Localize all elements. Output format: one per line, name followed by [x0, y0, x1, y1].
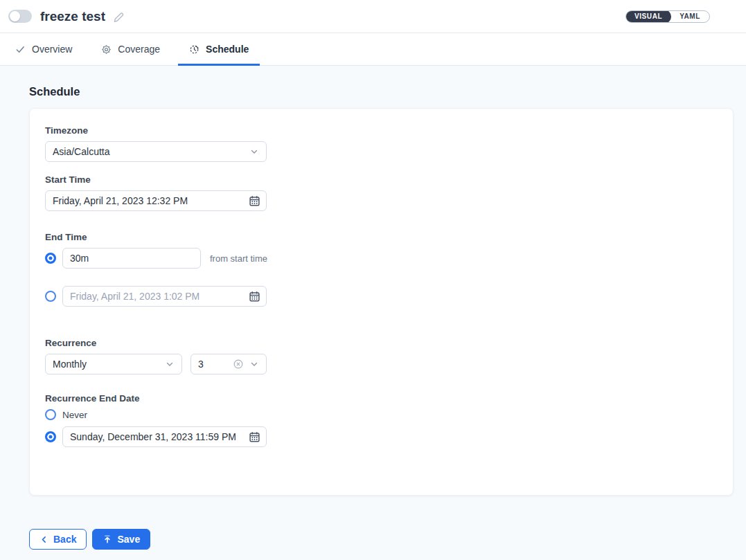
timezone-label: Timezone [45, 125, 718, 136]
recurrence-end-date-wrap [62, 426, 267, 447]
tab-coverage[interactable]: Coverage [90, 33, 171, 65]
end-time-duration-input[interactable] [63, 249, 200, 268]
save-button[interactable]: Save [92, 529, 150, 550]
recurrence-label: Recurrence [45, 338, 718, 348]
back-button-label: Back [53, 534, 76, 545]
tab-overview[interactable]: Overview [4, 33, 83, 65]
tab-label: Overview [32, 44, 72, 55]
end-time-duration-wrap [62, 248, 201, 269]
duration-hint: from start time [210, 253, 267, 264]
recurrence-frequency-value: Monthly [53, 359, 87, 370]
freeze-enabled-toggle[interactable] [8, 10, 32, 23]
tab-label: Schedule [206, 44, 249, 55]
timezone-value: Asia/Calcutta [53, 146, 109, 157]
start-time-label: Start Time [45, 174, 718, 185]
circle-x-icon[interactable] [233, 359, 244, 370]
recurrence-never-label: Never [62, 410, 87, 420]
chevron-left-icon [39, 535, 48, 544]
end-time-date-input[interactable] [63, 287, 266, 306]
start-time-input-wrap [45, 190, 267, 211]
calendar-icon[interactable] [249, 195, 260, 207]
chevron-down-icon [249, 359, 259, 369]
upload-arrow-icon [103, 534, 112, 544]
timezone-select[interactable]: Asia/Calcutta [45, 141, 267, 162]
recurrence-row: Monthly 3 [45, 354, 718, 374]
end-time-date-radio[interactable] [45, 291, 56, 302]
tab-bar: Overview Coverage Schedule [0, 33, 746, 66]
recurrence-never-row: Never [45, 409, 718, 420]
recurrence-end-date-input[interactable] [63, 427, 266, 446]
end-time-date-row [45, 286, 718, 307]
calendar-icon[interactable] [249, 431, 260, 443]
main-content: Schedule Timezone Asia/Calcutta Start Ti… [0, 66, 746, 560]
recurrence-interval-value: 3 [198, 359, 204, 370]
save-button-label: Save [117, 534, 140, 545]
recurrence-end-date-radio[interactable] [45, 431, 56, 442]
tab-label: Coverage [118, 44, 160, 55]
app-header: freeze test VISUAL YAML [0, 0, 746, 33]
back-button[interactable]: Back [29, 529, 87, 550]
schedule-card: Timezone Asia/Calcutta Start Time End Ti… [29, 108, 734, 496]
end-time-label: End Time [45, 232, 718, 242]
recurrence-end-date-row [45, 426, 718, 447]
start-time-input[interactable] [46, 191, 266, 210]
recurrence-frequency-select[interactable]: Monthly [45, 354, 182, 374]
chevron-down-icon [165, 359, 175, 369]
page-title: freeze test [40, 9, 105, 24]
tab-schedule[interactable]: Schedule [178, 33, 260, 65]
end-time-duration-radio[interactable] [45, 253, 56, 264]
footer-actions: Back Save [29, 529, 734, 550]
section-title: Schedule [29, 85, 734, 98]
visual-mode-button[interactable]: VISUAL [625, 10, 671, 23]
check-icon [15, 44, 26, 55]
pencil-icon[interactable] [112, 11, 125, 24]
history-clock-icon [189, 44, 199, 55]
toggle-knob [10, 11, 20, 21]
recurrence-end-label: Recurrence End Date [45, 393, 718, 404]
end-time-date-wrap [62, 286, 267, 307]
recurrence-interval-select[interactable]: 3 [190, 354, 267, 374]
calendar-icon[interactable] [249, 291, 260, 302]
recurrence-never-radio[interactable] [45, 409, 56, 420]
view-mode-switch: VISUAL YAML [625, 10, 710, 23]
yaml-mode-button[interactable]: YAML [670, 10, 709, 23]
end-time-duration-row: from start time [45, 248, 718, 269]
gear-icon [101, 44, 112, 55]
chevron-down-icon [249, 147, 259, 156]
